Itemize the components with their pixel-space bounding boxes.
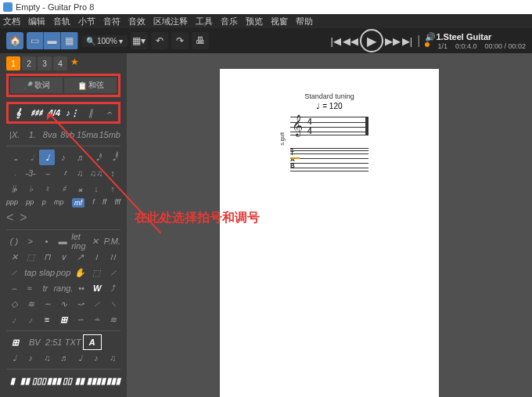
timer-button[interactable]: 2:51 (45, 334, 63, 350)
chord-diagram-button[interactable]: ⊞ (56, 312, 71, 327)
harmonic-button[interactable]: ◇ (6, 296, 22, 312)
64th-note-button[interactable]: 𝅘𝅥𝅱 (105, 150, 120, 165)
menu-note[interactable]: 音符 (103, 16, 120, 27)
hammer-button[interactable]: ⌢ (6, 280, 21, 296)
part-tab-1[interactable]: 1 (6, 56, 20, 70)
decrescendo-button[interactable]: > (20, 211, 25, 225)
dead-note-button[interactable]: ✕ (88, 233, 103, 249)
redo-button[interactable]: ↷ (171, 32, 189, 49)
rang-button[interactable]: rang. (53, 280, 73, 296)
skip-start-icon[interactable]: |◀ (330, 35, 340, 47)
mp-button[interactable]: mp (54, 198, 64, 208)
8va-button[interactable]: 8va (41, 127, 58, 143)
mf-button[interactable]: mf (72, 198, 84, 208)
quarter-note-button[interactable]: ♩ (39, 150, 55, 165)
zoom-control[interactable]: 🔍100%▾ (81, 35, 128, 47)
note2-icon[interactable]: ♪ (23, 350, 38, 366)
part-tab-2[interactable]: 2 (22, 56, 36, 70)
note4-icon[interactable]: ♬ (56, 350, 71, 366)
fff-button[interactable]: fff (114, 198, 120, 208)
15ma-button[interactable]: 15ma (77, 127, 99, 143)
menu-edit[interactable]: 编辑 (28, 16, 45, 27)
rasgueado-button[interactable]: ≀≀ (105, 249, 120, 265)
let-ring-button[interactable]: let ring (71, 233, 87, 249)
brush-button[interactable]: ↗ (72, 249, 88, 265)
tremolo-button[interactable]: ≋ (23, 296, 38, 312)
fret-diagram-button[interactable]: ⊞ (6, 334, 25, 350)
vibrato-button[interactable]: ≈ (22, 280, 37, 296)
vol7-icon[interactable]: ▮▮▮▮ (87, 373, 106, 388)
vol6-icon[interactable]: ▮▮ (74, 373, 86, 388)
pick-button[interactable]: ⬚ (23, 249, 38, 265)
hand-button[interactable]: ✋ (72, 265, 88, 280)
trill-button[interactable]: tr (38, 280, 52, 296)
note1-icon[interactable]: ♩ (6, 350, 22, 366)
tab-lines[interactable]: TAB (290, 148, 368, 171)
menu-help[interactable]: 帮助 (296, 16, 313, 27)
slap-button[interactable]: slap (39, 265, 55, 280)
slide2-button[interactable]: ⟋ (88, 296, 104, 312)
score-page[interactable]: Standard tuning ♩ = 120 s.guit 𝄞 44 TAB (220, 69, 439, 397)
menu-music[interactable]: 音乐 (221, 16, 238, 27)
pop-button[interactable]: pop (56, 265, 71, 280)
wah-button[interactable]: W (90, 280, 105, 296)
note5-icon[interactable]: ♩ (72, 350, 88, 366)
note3-icon[interactable]: ♫ (39, 350, 55, 366)
skip-end-icon[interactable]: ▶| (402, 35, 412, 47)
double-sharp-button[interactable]: 𝄪 (72, 181, 88, 197)
dotted-button[interactable]: •• (74, 280, 89, 296)
part-star-icon[interactable]: ★ (70, 56, 79, 70)
free-time-button[interactable]: ♪⋮ (63, 105, 81, 121)
arpeggio-button[interactable]: ≀ (88, 249, 104, 265)
cross-button[interactable]: ✕ (6, 249, 22, 265)
marker-a-button[interactable]: A (83, 334, 102, 350)
ending-button[interactable]: 1. (23, 127, 40, 143)
track-info[interactable]: 🔊 1. Steel Guitar 1/10:0:4.000:00 / 00:0… (425, 32, 526, 50)
staccato-button[interactable]: • (39, 233, 55, 249)
half-note-button[interactable]: 𝅗𝅥 (23, 150, 38, 165)
tuplet-button[interactable]: -3- (23, 165, 38, 181)
turn-button[interactable]: ∽ (72, 312, 88, 327)
forward-icon[interactable]: ▶▶ (385, 35, 401, 47)
part-tab-3[interactable]: 3 (38, 56, 52, 70)
tie-button[interactable]: ⌣ (39, 165, 55, 181)
ff-button[interactable]: ff (102, 198, 106, 208)
play-button[interactable]: ▶ (360, 29, 383, 52)
flat-button[interactable]: ♭ (23, 181, 38, 197)
menu-section[interactable]: 区域注释 (153, 16, 188, 27)
golpe-button[interactable]: ⬚ (88, 265, 104, 280)
tremolo2-button[interactable]: ≋ (105, 312, 120, 327)
double-flat-button[interactable]: 𝄫 (6, 181, 22, 197)
wave-button[interactable]: ∼ (39, 296, 55, 312)
slide-button[interactable]: ⟋ (6, 265, 22, 280)
menu-window[interactable]: 视窗 (271, 16, 288, 27)
vol8-icon[interactable]: ▮▮▮ (106, 373, 120, 388)
tenuto-button[interactable]: ▬ (55, 233, 70, 249)
fermata-button[interactable]: 𝄐 (100, 105, 117, 121)
bv-button[interactable]: BV (26, 334, 45, 350)
view-mode-3[interactable]: ▦ (61, 32, 78, 49)
vol3-icon[interactable]: ▯▯▯ (32, 373, 46, 388)
dot-button[interactable]: 𝅭 (6, 165, 22, 181)
grace2-button[interactable]: 𝆔 (23, 312, 38, 327)
grace-button[interactable]: ♫ (72, 165, 88, 181)
mordent-button[interactable]: ⩪ (88, 312, 104, 327)
eighth-note-button[interactable]: ♪ (56, 150, 71, 165)
ghost-note-button[interactable]: ( ) (6, 233, 22, 249)
bend-up-button[interactable]: ⤴ (106, 280, 120, 296)
vol5-icon[interactable]: ▯▯ (62, 373, 74, 388)
crescendo-button[interactable]: < (6, 211, 12, 225)
p-button[interactable]: p (42, 198, 46, 208)
note7-icon[interactable]: ♫ (105, 350, 120, 366)
accent-button[interactable]: > (23, 233, 38, 249)
text-marker-button[interactable]: ≡ (39, 312, 55, 327)
pp-button[interactable]: pp (26, 198, 34, 208)
slide3-button[interactable]: ⟍ (105, 296, 120, 312)
vol1-icon[interactable]: ▮ (6, 373, 18, 388)
semitone-down-button[interactable]: ↓ (88, 181, 104, 197)
menu-tools[interactable]: 工具 (196, 16, 213, 27)
undo-button[interactable]: ↶ (151, 32, 168, 49)
grace1-button[interactable]: 𝆕 (6, 312, 22, 327)
menu-track[interactable]: 音轨 (53, 16, 70, 27)
tab-cursor[interactable] (290, 157, 300, 159)
